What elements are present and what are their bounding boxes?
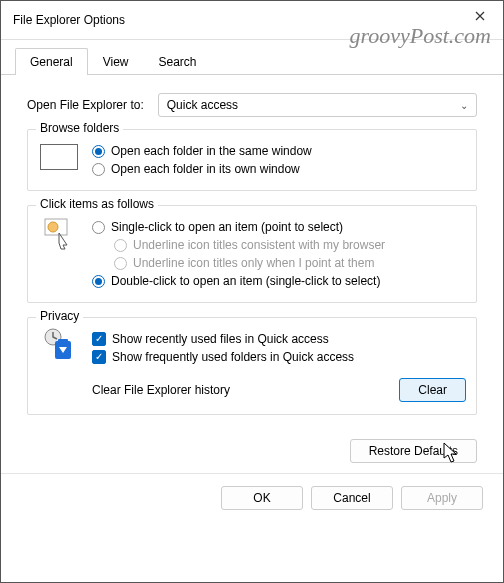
checkbox-label: Show recently used files in Quick access bbox=[112, 332, 329, 346]
checkbox-label: Show frequently used folders in Quick ac… bbox=[112, 350, 354, 364]
clear-history-label: Clear File Explorer history bbox=[92, 383, 230, 397]
click-items-group: Click items as follows Single-click to o… bbox=[27, 205, 477, 303]
radio-label: Double-click to open an item (single-cli… bbox=[111, 274, 380, 288]
radio-underline-browser: Underline icon titles consistent with my… bbox=[114, 238, 466, 252]
browse-folders-group: Browse folders Open each folder in the s… bbox=[27, 129, 477, 191]
radio-label: Underline icon titles consistent with my… bbox=[133, 238, 385, 252]
privacy-group: Privacy Show recently used files in Quic… bbox=[27, 317, 477, 415]
radio-label: Open each folder in the same window bbox=[111, 144, 312, 158]
open-to-label: Open File Explorer to: bbox=[27, 98, 144, 112]
radio-icon bbox=[92, 145, 105, 158]
apply-button: Apply bbox=[401, 486, 483, 510]
svg-point-1 bbox=[48, 222, 58, 232]
close-icon bbox=[475, 11, 485, 21]
radio-icon bbox=[92, 275, 105, 288]
checkbox-icon bbox=[92, 350, 106, 364]
cursor-click-icon bbox=[38, 216, 80, 250]
tab-general[interactable]: General bbox=[15, 48, 88, 75]
restore-defaults-button[interactable]: Restore Defaults bbox=[350, 439, 477, 463]
svg-rect-4 bbox=[58, 339, 68, 343]
open-to-value: Quick access bbox=[167, 98, 238, 112]
close-button[interactable] bbox=[457, 1, 503, 31]
radio-icon bbox=[114, 257, 127, 270]
open-to-row: Open File Explorer to: Quick access ⌄ bbox=[27, 93, 477, 117]
click-items-title: Click items as follows bbox=[36, 197, 158, 211]
radio-same-window[interactable]: Open each folder in the same window bbox=[92, 144, 466, 158]
tab-view[interactable]: View bbox=[88, 48, 144, 75]
chevron-down-icon: ⌄ bbox=[460, 100, 468, 111]
privacy-title: Privacy bbox=[36, 309, 83, 323]
open-to-combo[interactable]: Quick access ⌄ bbox=[158, 93, 477, 117]
radio-single-click[interactable]: Single-click to open an item (point to s… bbox=[92, 220, 466, 234]
radio-label: Single-click to open an item (point to s… bbox=[111, 220, 343, 234]
radio-label: Open each folder in its own window bbox=[111, 162, 300, 176]
checkbox-icon bbox=[92, 332, 106, 346]
check-freq-folders[interactable]: Show frequently used folders in Quick ac… bbox=[92, 350, 466, 364]
radio-underline-point: Underline icon titles only when I point … bbox=[114, 256, 466, 270]
dialog-footer: OK Cancel Apply bbox=[1, 473, 503, 522]
tab-search[interactable]: Search bbox=[144, 48, 212, 75]
radio-icon bbox=[114, 239, 127, 252]
radio-icon bbox=[92, 163, 105, 176]
window-title: File Explorer Options bbox=[13, 13, 125, 27]
radio-double-click[interactable]: Double-click to open an item (single-cli… bbox=[92, 274, 466, 288]
titlebar: File Explorer Options bbox=[1, 1, 503, 40]
radio-own-window[interactable]: Open each folder in its own window bbox=[92, 162, 466, 176]
tab-panel-general: Open File Explorer to: Quick access ⌄ Br… bbox=[1, 75, 503, 435]
tab-strip: General View Search bbox=[15, 48, 503, 75]
radio-icon bbox=[92, 221, 105, 234]
radio-label: Underline icon titles only when I point … bbox=[133, 256, 374, 270]
clear-button[interactable]: Clear bbox=[399, 378, 466, 402]
privacy-icon bbox=[38, 328, 80, 362]
check-recent-files[interactable]: Show recently used files in Quick access bbox=[92, 332, 466, 346]
cancel-button[interactable]: Cancel bbox=[311, 486, 393, 510]
folder-window-icon bbox=[38, 140, 80, 174]
browse-folders-title: Browse folders bbox=[36, 121, 123, 135]
ok-button[interactable]: OK bbox=[221, 486, 303, 510]
